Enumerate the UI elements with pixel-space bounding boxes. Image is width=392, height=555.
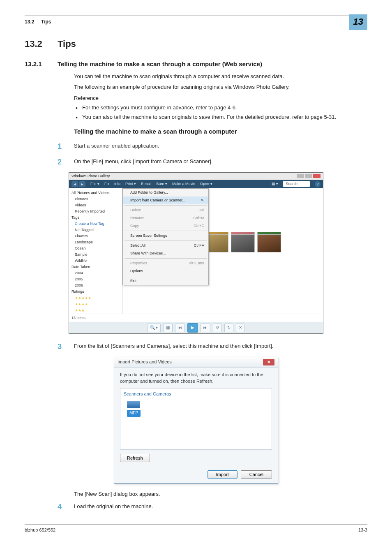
toolbar: ◄► File ▾ Fix Info Print ▾ E-mail Burn ▾… [69, 180, 323, 188]
step-number: 2 [58, 157, 74, 167]
reference-bullet: You can also tell the machine to scan or… [74, 113, 367, 121]
step-text: On the [File] menu, click [Import from C… [74, 157, 367, 166]
footer-model: bizhub 652/552 [25, 527, 55, 534]
tree-landscape[interactable]: Landscape [71, 239, 120, 245]
menu-print[interactable]: Print ▾ [125, 181, 136, 187]
search-input[interactable]: Search [283, 181, 310, 187]
step-number: 3 [58, 341, 74, 352]
status-bar: 13 items [69, 314, 323, 322]
tree-ratings[interactable]: Ratings [71, 289, 120, 295]
playback-bar: 🔍 ▾ ▦ ⏮ ▶ ⏭ ↺ ↻ ✕ [69, 322, 323, 333]
menu-share[interactable]: Share With Devices... [123, 250, 208, 257]
close-button[interactable]: ✕ [263, 359, 274, 366]
step-text: From the list of [Scanners and Cameras],… [74, 341, 367, 350]
tree-pictures[interactable]: Pictures [71, 196, 120, 202]
chapter-number-badge: 13 [349, 14, 367, 30]
running-head-title: Tips [41, 19, 51, 25]
menu-exit[interactable]: Exit [123, 277, 208, 285]
thumb-size-icon[interactable]: ▦ ▾ [272, 181, 279, 187]
menu-options[interactable]: Options [123, 267, 208, 275]
menu-add-folder[interactable]: Add Folder to Gallery... [123, 189, 208, 197]
tree-flowers[interactable]: Flowers [71, 233, 120, 239]
tree-recent[interactable]: Recently Imported [71, 208, 120, 215]
window-title: Windows Photo Gallery [71, 173, 110, 179]
tree-2005[interactable]: 2005 [71, 276, 120, 282]
tree-rating-5[interactable]: ★★★★★ [71, 295, 120, 301]
cursor-icon: ↖ [201, 198, 204, 203]
tree-2004[interactable]: 2004 [71, 270, 120, 276]
section-title: Tips [58, 37, 76, 51]
dialog-message: If you do not see your device in the lis… [120, 372, 272, 385]
cancel-button[interactable]: Cancel [241, 470, 272, 479]
import-button[interactable]: Import [208, 470, 238, 479]
device-group-label: Scanners and Cameras [124, 391, 268, 398]
tree-wildlife[interactable]: Wildlife [71, 258, 120, 264]
procedure-heading: Telling the machine to make a scan throu… [74, 127, 367, 136]
menu-import-from-camera[interactable]: Import from Camera or Scanner...↖ [123, 197, 208, 204]
tree-tags[interactable]: Tags [71, 215, 120, 221]
menu-open[interactable]: Open ▾ [200, 181, 212, 187]
tree-create-tag[interactable]: Create a New Tag [71, 221, 120, 227]
running-head: 13.2 Tips [25, 18, 51, 25]
running-head-num: 13.2 [25, 19, 34, 25]
menu-fix[interactable]: Fix [104, 181, 109, 187]
tree-videos[interactable]: Videos [71, 202, 120, 208]
screenshot-import-dialog: Import Pictures and Videos ✕ If you do n… [114, 357, 278, 484]
rotate-ccw-button[interactable]: ↺ [213, 324, 222, 332]
step-number: 4 [58, 502, 74, 512]
nav-tree[interactable]: All Pictures and Videos Pictures Videos … [69, 188, 122, 314]
reference-label: Reference [74, 95, 367, 102]
menu-file[interactable]: File ▾ [90, 181, 99, 187]
delete-button[interactable]: ✕ [236, 324, 245, 332]
tree-rating-3[interactable]: ★★★ [71, 308, 120, 314]
zoom-button[interactable]: 🔍 ▾ [147, 324, 161, 332]
photo-thumb[interactable] [231, 234, 255, 252]
step-text: Load the original on the machine. [74, 502, 367, 511]
menu-select-all[interactable]: Select AllCtrl+A [123, 242, 208, 250]
screenshot-photo-gallery: Windows Photo Gallery ◄► File ▾ Fix Info… [69, 172, 323, 334]
tree-not-tagged[interactable]: Not Tagged [71, 227, 120, 233]
tree-date[interactable]: Date Taken [71, 264, 120, 270]
photo-thumb[interactable] [257, 234, 281, 252]
menu-screensaver[interactable]: Screen Saver Settings [123, 232, 208, 240]
subsection-number: 13.2.1 [25, 60, 58, 69]
dialog-title: Import Pictures and Videos [118, 359, 172, 365]
step-3-result: The [New Scan] dialog box appears. [74, 490, 367, 498]
next-button[interactable]: ⏭ [201, 324, 210, 332]
tree-ocean[interactable]: Ocean [71, 245, 120, 252]
menu-properties[interactable]: PropertiesAlt+Enter [123, 259, 208, 267]
menu-copy[interactable]: CopyCtrl+C [123, 222, 208, 230]
device-list[interactable]: Scanners and Cameras MFP [120, 388, 272, 450]
help-icon[interactable]: ? [315, 181, 321, 187]
refresh-button[interactable]: Refresh [120, 454, 150, 462]
play-button[interactable]: ▶ [187, 323, 198, 333]
footer-page: 13-3 [358, 527, 367, 534]
subsection-title: Telling the machine to make a scan throu… [58, 60, 262, 69]
tree-rating-4[interactable]: ★★★★ [71, 301, 120, 308]
intro-para-2: The following is an example of procedure… [74, 83, 367, 91]
reference-bullet: For the settings you must configure in a… [74, 104, 367, 112]
reference-list: For the settings you must configure in a… [74, 104, 367, 121]
menu-email[interactable]: E-mail [141, 181, 152, 187]
window-controls[interactable] [296, 173, 321, 179]
menu-rename[interactable]: RenameCtrl+M [123, 214, 208, 222]
view-button[interactable]: ▦ [163, 324, 173, 332]
section-number: 13.2 [25, 37, 58, 51]
intro-para-1: You can tell the machine to scan origina… [74, 73, 367, 81]
device-name[interactable]: MFP [127, 410, 141, 417]
menu-info[interactable]: Info [114, 181, 120, 187]
step-text: Start a scanner enabled application. [74, 141, 367, 150]
prev-button[interactable]: ⏮ [175, 324, 185, 332]
menu-make-movie[interactable]: Make a Movie [172, 181, 195, 187]
scanner-icon[interactable] [127, 401, 140, 408]
menu-delete[interactable]: DeleteDel [123, 206, 208, 214]
tree-2006[interactable]: 2006 [71, 282, 120, 289]
tree-sample[interactable]: Sample [71, 252, 120, 258]
rotate-cw-button[interactable]: ↻ [224, 324, 233, 332]
tree-all[interactable]: All Pictures and Videos [71, 190, 120, 196]
nav-back-forward[interactable]: ◄► [71, 181, 85, 187]
step-number: 1 [58, 141, 74, 152]
menu-burn[interactable]: Burn ▾ [157, 181, 168, 187]
file-menu-dropdown: Add Folder to Gallery... Import from Cam… [122, 188, 209, 286]
